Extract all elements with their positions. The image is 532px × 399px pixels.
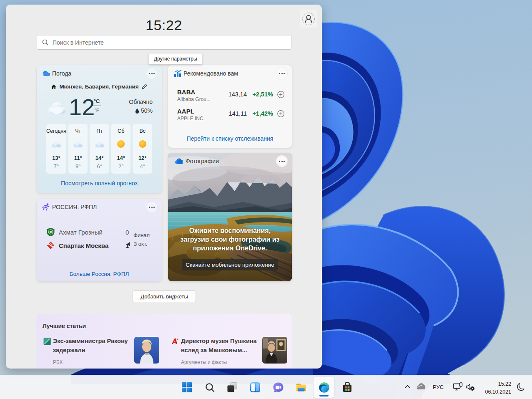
forecast-day-sun[interactable]: Вс 12° 4°: [133, 124, 152, 174]
forecast-high: 14°: [90, 155, 109, 161]
match-status: Финал: [133, 232, 150, 238]
tray-show-hidden-icons-button[interactable]: [404, 384, 411, 389]
article-source: Аргументы и факты: [181, 359, 227, 365]
search-input[interactable]: Поиск в Интернете: [37, 35, 292, 50]
photos-more-button[interactable]: [276, 155, 288, 167]
cloudy-icon: [68, 139, 88, 149]
weather-more-button[interactable]: [146, 68, 158, 79]
team-score: 0: [125, 229, 129, 236]
taskbar-search-button[interactable]: [199, 377, 220, 398]
tooltip-more-options: Другие параметры: [149, 53, 202, 64]
stock-company: APPLE INC.: [177, 116, 205, 121]
task-view-button[interactable]: [222, 377, 243, 398]
article-title: Экс-замминистра Ракову задержали: [53, 336, 129, 355]
windows-logo-icon: [181, 382, 192, 393]
news-article[interactable]: Директор музея Пушкина вслед за Машковым…: [171, 336, 287, 364]
aif-source-icon: [171, 338, 179, 345]
unit-celsius[interactable]: °C: [93, 98, 101, 104]
taskbar: РУС 15:22 06.10.2021: [0, 375, 532, 399]
search-icon: [42, 39, 48, 45]
sports-title: РОССИЯ. РФПЛ: [52, 204, 97, 210]
microsoft-store-button[interactable]: [337, 377, 358, 398]
tray-focus-assist-moon-icon[interactable]: [516, 383, 524, 391]
panel-clock: 15:22: [6, 17, 322, 33]
forecast-low: 7°: [46, 163, 66, 169]
forecast-high: 14°: [111, 155, 131, 161]
photos-promo-message: Оживите воспоминания, загрузив свои фото…: [180, 226, 280, 253]
profile-avatar-button[interactable]: [300, 10, 317, 28]
stocks-header: Рекомендовано вам: [168, 65, 292, 82]
forecast-day-today[interactable]: Сегодня 13° 7°: [46, 124, 66, 174]
sunny-icon: [111, 139, 131, 149]
user-avatar-icon: [301, 12, 316, 26]
weather-title: Погода: [52, 70, 71, 77]
forecast-day-label: Сб: [111, 128, 131, 134]
add-widgets-button[interactable]: Добавить виджеты: [133, 290, 196, 302]
stock-ticker: AAPL: [177, 108, 194, 115]
tray-volume-muted-icon[interactable]: [466, 383, 475, 391]
store-bag-icon: [342, 382, 353, 393]
chat-bubble-icon: [273, 382, 284, 393]
forecast-day-label: Сегодня: [46, 128, 66, 134]
onedrive-tray-icon[interactable]: [415, 383, 425, 390]
magnifier-icon: [205, 382, 215, 393]
weather-cloud-icon: [42, 69, 50, 78]
stock-row-baba[interactable]: BABA Alibaba Grou... 143,14 +2,51%: [177, 88, 284, 105]
stock-change: +1,42%: [240, 110, 273, 117]
chat-button[interactable]: [268, 377, 289, 398]
winner-arrow-icon: [127, 242, 130, 246]
sports-more-link[interactable]: Больше Россия. РФПЛ: [37, 271, 162, 277]
weather-condition-label: Облачно: [129, 98, 153, 105]
widgets-button[interactable]: [245, 377, 266, 398]
match-team1-row[interactable]: Ахмат Грозный 0: [47, 227, 129, 237]
precipitation-value: 50%: [141, 107, 153, 114]
forecast-day-fri[interactable]: Пт 14° 6°: [90, 124, 109, 174]
stocks-more-button[interactable]: [276, 68, 288, 79]
droplet-icon: [135, 108, 139, 114]
forecast-low: 9°: [68, 163, 88, 169]
team-name: Ахмат Грозный: [59, 229, 117, 236]
weather-widget[interactable]: Погода Мюнхен, Бавария, Германия: [37, 65, 162, 193]
edit-location-icon[interactable]: [142, 84, 147, 89]
akhmat-grozny-logo: [47, 228, 55, 236]
add-to-watchlist-button[interactable]: [277, 110, 284, 117]
stocks-widget[interactable]: Рекомендовано вам BABA Alibaba Grou... 1…: [168, 65, 292, 148]
tray-network-icon[interactable]: [453, 382, 463, 392]
forecast-low: 6°: [90, 163, 109, 169]
watchlist-link[interactable]: Перейти к списку отслеживания: [168, 135, 292, 142]
forecast-day-sat[interactable]: Сб 14° 2°: [111, 124, 131, 174]
current-temperature: 12: [69, 93, 95, 121]
file-explorer-button[interactable]: [291, 377, 311, 398]
forecast-day-label: Вс: [133, 128, 152, 134]
add-to-watchlist-button[interactable]: [277, 91, 284, 98]
folder-icon: [296, 382, 307, 393]
stock-change: +2,51%: [240, 91, 273, 98]
weather-full-forecast-link[interactable]: Посмотреть полный прогноз: [37, 180, 162, 187]
unit-fahrenheit[interactable]: °F: [93, 108, 101, 113]
photos-widget[interactable]: Фотографии Оживите воспоминания, загрузи…: [168, 153, 292, 281]
weather-location-row[interactable]: Мюнхен, Бавария, Германия: [37, 83, 162, 90]
sports-header: РОССИЯ. РФПЛ: [37, 199, 162, 215]
tray-time: 15:22: [485, 380, 511, 388]
download-mobile-app-button[interactable]: Скачайте мобильное приложение: [182, 259, 278, 270]
widgets-panel-icon: [250, 382, 261, 393]
tray-language-indicator[interactable]: РУС: [433, 384, 444, 390]
desktop: 15:22 Поиск в Интернете Другие параметры: [0, 0, 532, 399]
forecast-low: 2°: [111, 163, 131, 169]
unit-divider: [93, 106, 101, 106]
tray-clock[interactable]: 15:22 06.10.2021: [485, 380, 511, 396]
stock-ticker: BABA: [177, 88, 195, 96]
match-team2-row[interactable]: Спартак Москва 1: [47, 241, 129, 250]
temperature-unit-toggle[interactable]: °C °F: [93, 98, 101, 113]
news-article[interactable]: Экс-замминистра Ракову задержали РБК: [43, 336, 159, 364]
sports-widget[interactable]: РОССИЯ. РФПЛ Ахмат Грозный 0 Спартак: [37, 199, 162, 281]
search-placeholder: Поиск в Интернете: [53, 39, 104, 46]
stock-row-aapl[interactable]: AAPL APPLE INC. 141,11 +1,42%: [177, 108, 284, 124]
forecast-day-thu[interactable]: Чт 11° 9°: [68, 124, 88, 174]
start-button[interactable]: [176, 377, 197, 398]
sports-more-button[interactable]: [146, 201, 158, 213]
edge-button[interactable]: [314, 377, 334, 398]
precipitation-row: 50%: [135, 107, 153, 114]
edge-logo-icon: [319, 382, 330, 393]
stocks-title: Рекомендовано вам: [183, 70, 238, 77]
